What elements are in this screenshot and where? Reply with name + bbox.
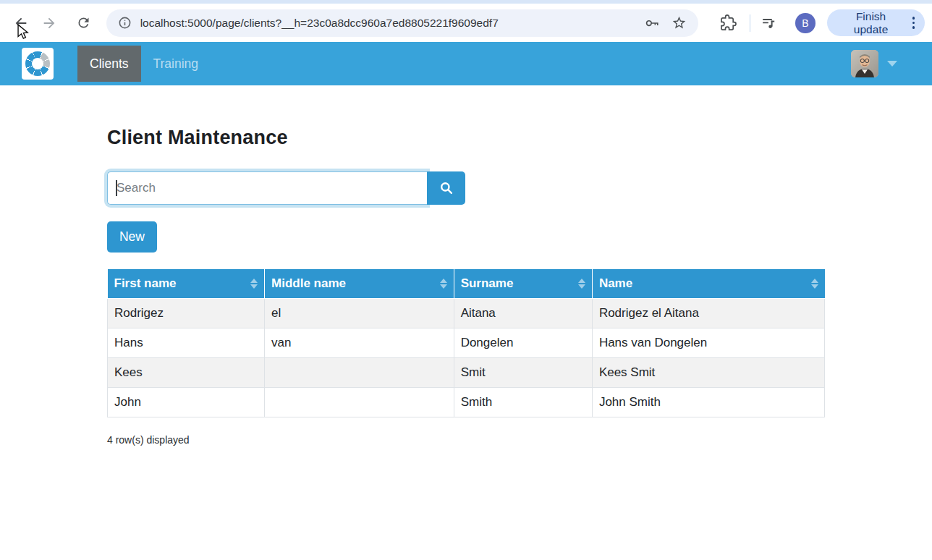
user-menu-chevron-down-icon[interactable]	[887, 61, 897, 67]
sort-icon	[440, 279, 447, 289]
page-title: Client Maintenance	[107, 127, 825, 149]
table-row[interactable]: Rodrigez el Aitana Rodrigez el Aitana	[108, 299, 825, 328]
app-logo[interactable]	[22, 48, 54, 80]
sort-icon	[578, 279, 585, 289]
nav-tab-training-label: Training	[153, 56, 199, 72]
sort-icon	[250, 279, 258, 289]
clients-table: First name Middle name Surname Name	[107, 269, 825, 417]
address-bar[interactable]: localhost:5000/page/clients?__h=23c0a8dc…	[106, 9, 698, 37]
column-header-middle-name[interactable]: Middle name	[265, 269, 454, 299]
back-button[interactable]	[7, 9, 35, 38]
password-key-button[interactable]	[644, 15, 660, 31]
magnifier-icon	[439, 180, 454, 196]
site-info-icon[interactable]	[118, 16, 132, 30]
app-navbar: Clients Training	[0, 42, 932, 85]
column-header-first-name[interactable]: First name	[108, 269, 265, 299]
browser-menu-icon[interactable]	[912, 17, 915, 28]
page-content: Client Maintenance New First name Middle…	[107, 127, 825, 446]
toolbar-divider	[750, 14, 750, 32]
row-count-status: 4 row(s) displayed	[107, 434, 825, 446]
sort-icon	[811, 279, 818, 289]
table-row[interactable]: Hans van Dongelen Hans van Dongelen	[108, 328, 825, 358]
star-icon	[672, 15, 687, 30]
playlist-music-icon	[760, 14, 777, 32]
browser-profile-avatar[interactable]: B	[795, 13, 815, 33]
text-cursor	[116, 180, 117, 196]
user-avatar[interactable]	[851, 50, 878, 77]
reload-button[interactable]	[69, 9, 98, 38]
puzzle-icon	[720, 14, 737, 31]
finish-update-button[interactable]: Finish update	[827, 9, 925, 36]
search-input[interactable]	[107, 171, 427, 205]
key-icon	[644, 15, 660, 31]
table-header-row: First name Middle name Surname Name	[108, 269, 825, 299]
column-header-surname[interactable]: Surname	[454, 269, 592, 299]
table-row[interactable]: Kees Smit Kees Smit	[108, 358, 825, 388]
back-arrow-icon	[13, 15, 29, 31]
table-row[interactable]: John Smith John Smith	[108, 388, 825, 417]
search-group	[107, 171, 465, 205]
bookmark-star-button[interactable]	[672, 15, 687, 30]
reload-icon	[76, 15, 91, 30]
forward-arrow-icon	[41, 15, 57, 31]
extensions-button[interactable]	[714, 9, 742, 38]
forward-button[interactable]	[35, 9, 64, 38]
browser-toolbar: localhost:5000/page/clients?__h=23c0a8dc…	[0, 4, 932, 42]
nav-tab-training[interactable]: Training	[141, 46, 211, 82]
media-controls-button[interactable]	[754, 9, 782, 38]
user-photo-image	[851, 50, 878, 77]
nav-tab-clients-label: Clients	[90, 56, 129, 72]
new-button[interactable]: New	[107, 221, 157, 253]
finish-update-label: Finish update	[839, 10, 904, 36]
url-text[interactable]: localhost:5000/page/clients?__h=23c0a8dc…	[140, 17, 644, 30]
nav-tab-clients[interactable]: Clients	[77, 46, 141, 82]
segmented-donut-logo-icon	[25, 51, 50, 76]
column-header-name[interactable]: Name	[592, 269, 824, 299]
search-button[interactable]	[427, 171, 465, 205]
